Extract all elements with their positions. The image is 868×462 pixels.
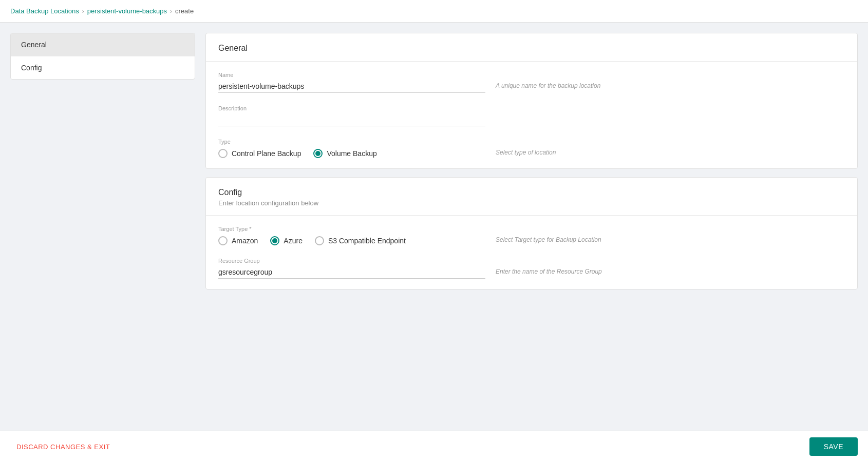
control-plane-label: Control Plane Backup (232, 149, 301, 158)
breadcrumb-step2: create (175, 7, 194, 15)
description-input[interactable] (218, 113, 485, 126)
config-section-body: Target Type * Amazon Azure (206, 216, 857, 289)
sidebar: General Config (10, 33, 195, 80)
type-option-control-plane[interactable]: Control Plane Backup (218, 149, 301, 158)
azure-label: Azure (284, 237, 303, 245)
name-input[interactable] (218, 80, 485, 93)
resource-group-label: Resource Group (218, 258, 485, 264)
config-section-card: Config Enter location configuration belo… (205, 177, 858, 290)
resource-group-field: Resource Group (218, 258, 485, 279)
amazon-label: Amazon (232, 237, 258, 245)
name-label: Name (218, 72, 485, 78)
control-plane-radio[interactable] (218, 149, 228, 158)
target-type-hint: Select Target type for Backup Location (496, 226, 619, 243)
sidebar-item-config[interactable]: Config (11, 56, 195, 79)
breadcrumb-sep1: › (82, 8, 84, 15)
name-hint: A unique name for the backup location (496, 72, 619, 89)
resource-group-input[interactable] (218, 266, 485, 279)
type-label: Type (218, 139, 485, 145)
discard-button[interactable]: DISCARD CHANGES & EXIT (10, 439, 116, 455)
resource-group-row: Resource Group Enter the name of the Res… (218, 258, 845, 279)
general-section-title: General (218, 44, 845, 53)
target-type-radio-group: Amazon Azure S3 Compatible Endpoint (218, 236, 485, 245)
breadcrumb-sep2: › (170, 8, 172, 15)
type-hint: Select type of location (496, 139, 619, 156)
target-type-row: Target Type * Amazon Azure (218, 226, 845, 245)
breadcrumb-step1[interactable]: persistent-volume-backups (87, 7, 167, 15)
s3-radio[interactable] (315, 236, 324, 245)
general-section-header: General (206, 33, 857, 62)
description-field: Description (218, 105, 485, 126)
target-option-amazon[interactable]: Amazon (218, 236, 258, 245)
general-section-body: Name A unique name for the backup locati… (206, 62, 857, 168)
main-layout: General Config General Name A unique nam… (0, 23, 868, 433)
config-section-subtitle: Enter location configuration below (218, 199, 845, 207)
name-field: Name (218, 72, 485, 93)
target-type-label: Target Type * (218, 226, 485, 232)
volume-backup-label: Volume Backup (327, 149, 376, 158)
target-option-azure[interactable]: Azure (270, 236, 303, 245)
resource-group-hint: Enter the name of the Resource Group (496, 258, 619, 275)
target-type-field: Target Type * Amazon Azure (218, 226, 485, 245)
name-row: Name A unique name for the backup locati… (218, 72, 845, 93)
sidebar-item-general[interactable]: General (11, 33, 195, 56)
volume-backup-radio[interactable] (313, 149, 323, 158)
breadcrumb-root[interactable]: Data Backup Locations (10, 7, 79, 15)
content-area: General Name A unique name for the backu… (205, 33, 858, 423)
breadcrumb: Data Backup Locations › persistent-volum… (0, 0, 868, 23)
config-section-header: Config Enter location configuration belo… (206, 178, 857, 216)
footer: DISCARD CHANGES & EXIT SAVE (0, 431, 868, 462)
amazon-radio[interactable] (218, 236, 228, 245)
description-hint (496, 105, 619, 116)
type-field: Type Control Plane Backup Volume Backup (218, 139, 485, 158)
description-label: Description (218, 105, 485, 111)
azure-radio[interactable] (270, 236, 279, 245)
type-row: Type Control Plane Backup Volume Backup (218, 139, 845, 158)
general-section-card: General Name A unique name for the backu… (205, 33, 858, 169)
type-option-volume[interactable]: Volume Backup (313, 149, 376, 158)
description-row: Description (218, 105, 845, 126)
type-radio-group: Control Plane Backup Volume Backup (218, 149, 485, 158)
config-section-title: Config (218, 188, 845, 197)
target-option-s3[interactable]: S3 Compatible Endpoint (315, 236, 406, 245)
save-button[interactable]: SAVE (809, 437, 858, 456)
s3-label: S3 Compatible Endpoint (328, 237, 406, 245)
